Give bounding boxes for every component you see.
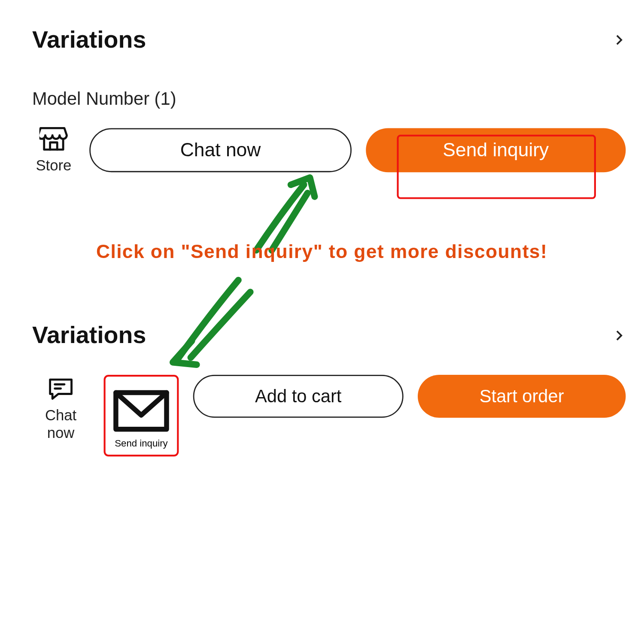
chat-now-label-2: Chat now [32, 406, 89, 441]
annotation-text: Click on "Send inquiry" to get more disc… [30, 241, 614, 263]
model-number-label: Model Number (1) [32, 89, 626, 109]
store-icon [39, 126, 68, 152]
section-2: Variations Chat now Send inquiry [32, 322, 626, 456]
add-to-cart-label: Add to cart [255, 386, 341, 406]
chat-now-button[interactable]: Chat now [89, 128, 352, 172]
chevron-right-icon [613, 328, 626, 342]
variations-row-2[interactable]: Variations [32, 322, 626, 349]
send-inquiry-button[interactable]: Send inquiry [366, 128, 626, 172]
send-inquiry-label: Send inquiry [443, 139, 549, 161]
store-button[interactable]: Store [32, 126, 75, 174]
actions-row-1: Store Chat now Send inquiry [32, 126, 626, 174]
chat-icon [48, 377, 74, 401]
start-order-label: Start order [480, 386, 564, 406]
chat-now-button-2[interactable]: Chat now [32, 375, 89, 441]
add-to-cart-button[interactable]: Add to cart [193, 375, 404, 418]
variations-row[interactable]: Variations [32, 26, 626, 53]
chevron-right-icon [613, 33, 626, 46]
chat-now-label: Chat now [180, 139, 261, 161]
store-label: Store [36, 157, 71, 174]
variations-title: Variations [32, 26, 146, 53]
envelope-icon [110, 381, 172, 437]
send-inquiry-button-2[interactable]: Send inquiry [104, 375, 179, 456]
actions-row-2: Chat now Send inquiry Add to cart Start … [32, 375, 626, 456]
send-inquiry-label-2: Send inquiry [115, 438, 167, 449]
variations-title-2: Variations [32, 322, 146, 349]
start-order-button[interactable]: Start order [418, 375, 626, 418]
section-1: Variations Model Number (1) Store Chat n… [32, 26, 626, 174]
